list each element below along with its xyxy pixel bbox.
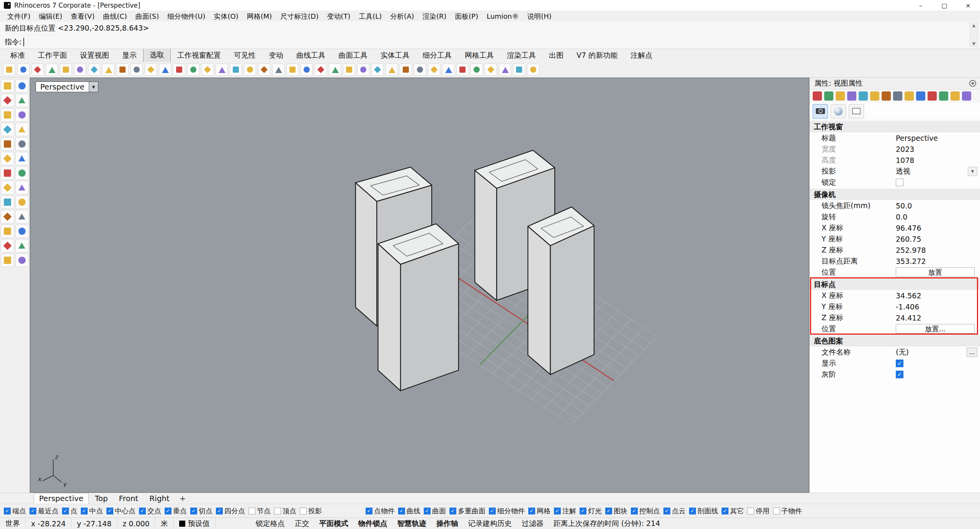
tab-wallpaper-properties[interactable] [849,104,864,119]
checkbox[interactable] [4,508,11,514]
menu-item[interactable]: 工具(L) [354,12,386,21]
status-toggle[interactable]: 记录建构历史 [463,518,517,529]
osnap-item[interactable]: 垂点 [165,506,187,516]
ribbon-tab[interactable]: 显示 [116,49,143,62]
viewport-tab[interactable]: Right [144,493,175,504]
tool-icon[interactable] [244,63,256,76]
tool-icon[interactable] [527,63,539,76]
checkbox[interactable] [81,508,88,514]
selection-filter-item[interactable]: 点云 [663,506,686,516]
osnap-item[interactable]: 切点 [190,506,212,516]
side-tool-icon[interactable] [15,166,29,180]
ribbon-tab[interactable]: 可见性 [227,49,262,62]
side-tool-icon[interactable] [15,108,29,122]
status-toggle[interactable]: 正交 [290,518,314,529]
menu-item[interactable]: 尺寸标注(D) [276,12,323,21]
ribbon-tab[interactable]: 曲面工具 [332,49,374,62]
panel-icon[interactable] [847,91,856,101]
osnap-item[interactable]: 交点 [139,506,161,516]
tool-icon[interactable] [442,63,454,76]
selection-filter-item[interactable]: 注解 [554,506,576,516]
panel-icon[interactable] [870,91,879,101]
viewport-tab[interactable]: Front [114,493,144,504]
property-value[interactable]: 透视 [896,166,968,176]
viewport-tab[interactable]: Perspective [34,493,89,504]
side-tool-icon[interactable] [15,123,29,136]
dropdown-arrow-icon[interactable]: ▼ [968,167,977,176]
selection-filter-item[interactable]: 灯光 [580,506,602,516]
add-viewport-tab-button[interactable]: + [176,494,190,503]
ribbon-tab[interactable]: V7 的新功能 [570,49,624,62]
property-value[interactable]: 96.476 [896,224,980,232]
checkbox[interactable] [896,371,903,378]
selection-filter-item[interactable]: 曲面 [424,506,446,516]
checkbox[interactable] [248,508,255,514]
status-toggle[interactable]: 物件锁点 [353,518,392,529]
checkbox[interactable] [896,179,903,186]
side-tool-icon[interactable] [15,254,29,267]
property-value[interactable]: 260.75 [896,235,980,243]
side-tool-icon[interactable] [1,239,14,252]
status-toggle[interactable]: 操作轴 [431,518,463,529]
checkbox[interactable] [663,508,670,514]
checkbox[interactable] [106,508,113,514]
tool-icon[interactable] [145,63,157,76]
side-tool-icon[interactable] [1,225,14,238]
checkbox[interactable] [747,508,754,514]
selection-filter-item[interactable]: 网格 [528,506,550,516]
osnap-item[interactable]: 四分点 [216,506,245,516]
panel-icon[interactable] [813,91,822,101]
checkbox[interactable] [366,508,372,514]
tool-icon[interactable] [385,63,398,76]
panel-icon[interactable] [916,91,925,101]
side-tool-icon[interactable] [1,123,14,136]
property-value[interactable]: 0.0 [896,213,980,221]
ribbon-tab[interactable]: 网格工具 [458,49,500,62]
property-value[interactable]: (无) [896,347,967,357]
panel-icon[interactable] [836,91,845,101]
selection-filter-item[interactable]: 图块 [605,506,627,516]
minimize-button[interactable]: – [909,0,933,11]
checkbox[interactable] [773,508,780,514]
tool-icon[interactable] [3,63,15,76]
tool-icon[interactable] [343,63,355,76]
ribbon-tab[interactable]: 注解点 [624,49,659,62]
viewport-title-dropdown-icon[interactable]: ▼ [89,81,98,92]
tool-icon[interactable] [187,63,199,76]
browse-button[interactable]: ... [967,348,977,357]
tool-icon[interactable] [102,63,114,76]
menu-item[interactable]: 编辑(E) [34,12,66,21]
status-cell[interactable]: y -27.148 [72,518,118,529]
ribbon-tab[interactable]: 变动 [262,49,290,62]
osnap-item[interactable]: 点 [62,506,77,516]
command-input-line[interactable]: 指令: [0,35,980,49]
checkbox[interactable] [689,508,696,514]
ribbon-tab[interactable]: 工作视窗配置 [171,49,227,62]
tool-icon[interactable] [116,63,129,76]
menu-item[interactable]: 曲线(C) [99,12,131,21]
side-tool-icon[interactable] [1,166,14,180]
side-tool-icon[interactable] [15,225,29,238]
place-button[interactable]: 放置... [896,324,975,334]
tool-icon[interactable] [470,63,483,76]
selection-filter-item[interactable]: 子物件 [773,506,802,516]
selection-filter-item[interactable]: 剖面线 [689,506,718,516]
selection-filter-item[interactable]: 多重曲面 [449,506,485,516]
status-cell[interactable]: 世界 [0,518,26,529]
panel-icon[interactable] [962,91,971,101]
status-toggle[interactable]: 过滤器 [517,518,549,529]
property-value[interactable]: 353.272 [896,257,980,265]
tool-icon[interactable] [173,63,185,76]
menu-item[interactable]: 查看(V) [67,12,99,21]
property-value[interactable]: 34.562 [896,291,980,300]
side-tool-icon[interactable] [15,195,29,209]
tool-icon[interactable] [258,63,270,76]
menu-item[interactable]: 分析(A) [386,12,418,21]
panel-icon[interactable] [824,91,833,101]
selection-filter-item[interactable]: 细分物件 [489,506,525,516]
osnap-item[interactable]: 顶点 [274,506,296,516]
command-scrollbar[interactable]: ▲ ▼ [970,23,978,47]
status-toggle[interactable]: 平面模式 [314,518,353,529]
checkbox[interactable] [216,508,223,514]
checkbox[interactable] [165,508,172,514]
